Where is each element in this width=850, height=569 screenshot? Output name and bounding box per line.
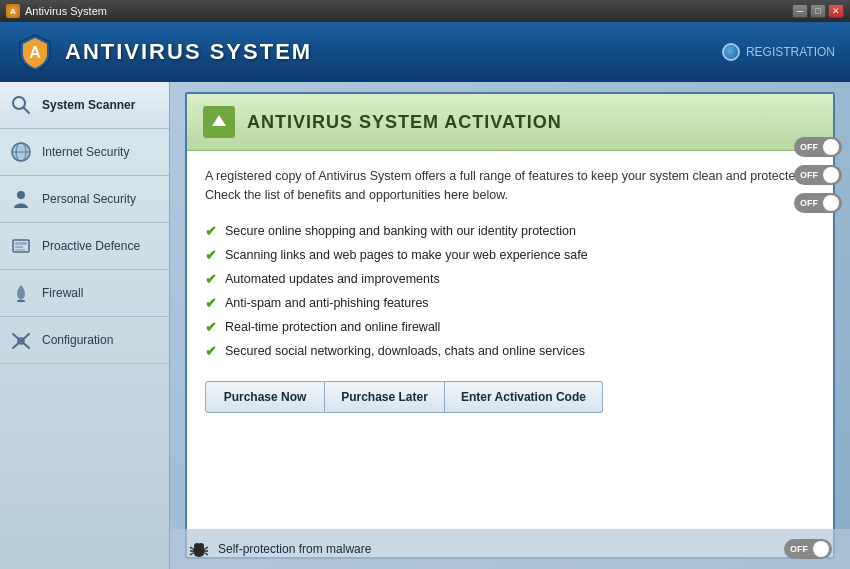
purchase-later-button[interactable]: Purchase Later	[325, 381, 445, 413]
sidebar-item-personal-security[interactable]: Personal Security	[0, 176, 169, 223]
side-toggle-1[interactable]	[794, 137, 842, 157]
sidebar: System Scanner Internet Security Per	[0, 82, 170, 569]
app-icon: A	[6, 4, 20, 18]
maximize-button[interactable]: □	[810, 4, 826, 18]
list-item: ✔ Automated updates and improvements	[205, 267, 815, 291]
svg-line-2	[24, 108, 30, 114]
activation-body: A registered copy of Antivirus System of…	[187, 151, 833, 429]
self-protection-toggle[interactable]	[784, 539, 832, 559]
check-icon: ✔	[205, 223, 217, 239]
sidebar-item-label: System Scanner	[42, 98, 135, 112]
toggle-knob	[823, 167, 839, 183]
feature-text: Scanning links and web pages to make you…	[225, 248, 588, 262]
internet-icon	[10, 141, 32, 163]
list-item: ✔ Secured social networking, downloads, …	[205, 339, 815, 363]
list-item: ✔ Scanning links and web pages to make y…	[205, 243, 815, 267]
sidebar-item-internet-security[interactable]: Internet Security	[0, 129, 169, 176]
button-row: Purchase Now Purchase Later Enter Activa…	[205, 381, 815, 413]
toggle-knob	[823, 195, 839, 211]
svg-text:A: A	[29, 44, 41, 61]
sidebar-item-system-scanner[interactable]: System Scanner	[0, 82, 169, 129]
close-button[interactable]: ✕	[828, 4, 844, 18]
sidebar-item-label: Personal Security	[42, 192, 136, 206]
up-arrow-icon	[203, 106, 235, 138]
svg-line-23	[205, 547, 208, 549]
activation-header: ANTIVIRUS SYSTEM ACTIVATION	[187, 94, 833, 151]
content-area: ANTIVIRUS SYSTEM ACTIVATION A registered…	[170, 82, 850, 569]
svg-rect-11	[15, 249, 25, 251]
sidebar-item-label: Firewall	[42, 286, 83, 300]
check-icon: ✔	[205, 295, 217, 311]
check-icon: ✔	[205, 247, 217, 263]
bottom-protection-row: Self-protection from malware	[170, 529, 850, 569]
activation-dialog: ANTIVIRUS SYSTEM ACTIVATION A registered…	[185, 92, 835, 559]
sidebar-item-label: Configuration	[42, 333, 113, 347]
person-icon	[10, 188, 32, 210]
list-item: ✔ Anti-spam and anti-phishing features	[205, 291, 815, 315]
shield-icon: A	[15, 32, 55, 72]
svg-line-22	[190, 553, 193, 555]
config-icon	[10, 329, 32, 351]
svg-point-7	[17, 191, 25, 199]
svg-rect-9	[15, 242, 27, 245]
side-toggles	[794, 137, 842, 213]
check-icon: ✔	[205, 343, 217, 359]
logo: A ANTIVIRUS SYSTEM	[15, 32, 312, 72]
svg-marker-16	[212, 115, 226, 126]
feature-text: Secured social networking, downloads, ch…	[225, 344, 585, 358]
feature-list: ✔ Secure online shopping and banking wit…	[205, 219, 815, 363]
side-toggle-3[interactable]	[794, 193, 842, 213]
svg-rect-10	[15, 246, 23, 248]
list-item: ✔ Real-time protection and online firewa…	[205, 315, 815, 339]
check-icon: ✔	[205, 319, 217, 335]
minimize-button[interactable]: ─	[792, 4, 808, 18]
sidebar-item-label: Internet Security	[42, 145, 129, 159]
sidebar-item-proactive-defence[interactable]: Proactive Defence	[0, 223, 169, 270]
svg-point-6	[12, 143, 30, 161]
purchase-now-button[interactable]: Purchase Now	[205, 381, 325, 413]
app-title: ANTIVIRUS SYSTEM	[65, 39, 312, 65]
registration-link[interactable]: REGISTRATION	[722, 43, 835, 61]
svg-point-19	[198, 543, 204, 549]
feature-text: Anti-spam and anti-phishing features	[225, 296, 429, 310]
firewall-icon	[10, 282, 32, 304]
sidebar-item-configuration[interactable]: Configuration	[0, 317, 169, 364]
list-item: ✔ Secure online shopping and banking wit…	[205, 219, 815, 243]
activation-title: ANTIVIRUS SYSTEM ACTIVATION	[247, 112, 562, 133]
self-protection-text: Self-protection from malware	[218, 542, 371, 556]
window-controls: ─ □ ✕	[792, 4, 844, 18]
toggle-knob	[823, 139, 839, 155]
main-container: System Scanner Internet Security Per	[0, 82, 850, 569]
globe-icon	[722, 43, 740, 61]
svg-line-20	[190, 547, 193, 549]
scanner-icon	[10, 94, 32, 116]
feature-text: Real-time protection and online firewall	[225, 320, 440, 334]
title-bar: A Antivirus System ─ □ ✕	[0, 0, 850, 22]
sidebar-item-label: Proactive Defence	[42, 239, 140, 253]
feature-text: Secure online shopping and banking with …	[225, 224, 576, 238]
sidebar-item-firewall[interactable]: Firewall	[0, 270, 169, 317]
self-protection-label: Self-protection from malware	[188, 538, 371, 560]
activation-description: A registered copy of Antivirus System of…	[205, 167, 815, 205]
svg-rect-12	[17, 300, 25, 302]
enter-code-button[interactable]: Enter Activation Code	[445, 381, 603, 413]
bug-icon	[188, 538, 210, 560]
svg-line-25	[205, 553, 208, 555]
app-header: A ANTIVIRUS SYSTEM REGISTRATION	[0, 22, 850, 82]
defence-icon	[10, 235, 32, 257]
window-title: Antivirus System	[25, 5, 792, 17]
feature-text: Automated updates and improvements	[225, 272, 440, 286]
side-toggle-2[interactable]	[794, 165, 842, 185]
registration-label: REGISTRATION	[746, 45, 835, 59]
toggle-knob	[813, 541, 829, 557]
check-icon: ✔	[205, 271, 217, 287]
